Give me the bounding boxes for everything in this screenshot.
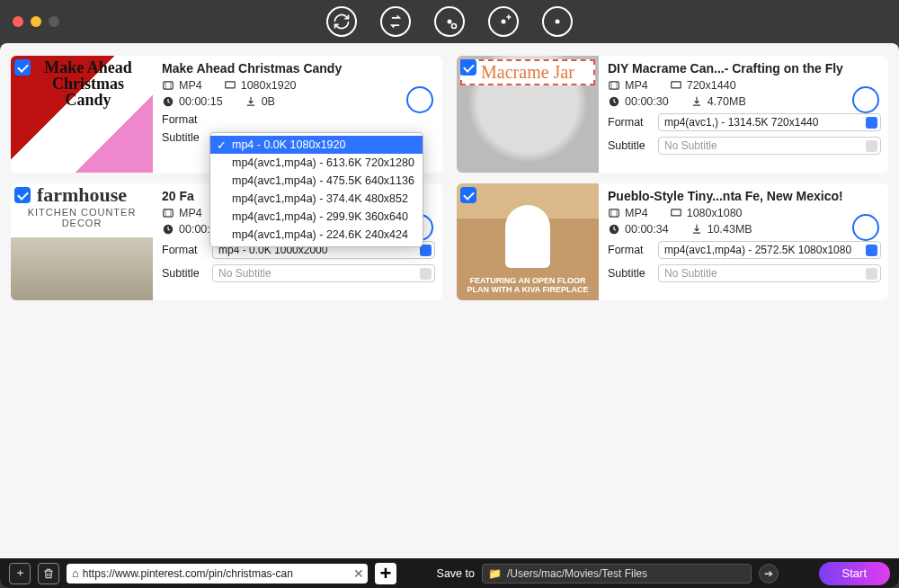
window-controls	[13, 16, 59, 27]
start-button[interactable]: Start	[819, 562, 890, 585]
titlebar	[0, 0, 899, 43]
format-value: MP4	[625, 207, 648, 219]
format-select[interactable]: mp4(avc1,mp4a) - 2572.5K 1080x1080	[658, 241, 881, 259]
size-value: 0B	[262, 95, 275, 108]
subtitle-label: Subtitle	[608, 139, 653, 152]
subtitle-label: Subtitle	[608, 267, 653, 280]
svg-point-2	[502, 20, 506, 24]
format-label: Format	[608, 244, 653, 256]
svg-rect-8	[671, 82, 681, 88]
select-checkbox[interactable]	[14, 59, 31, 76]
delete-button[interactable]	[38, 563, 59, 584]
duration-value: 00:00:30	[625, 95, 669, 108]
svg-point-3	[556, 20, 560, 24]
refresh-icon[interactable]	[326, 6, 357, 37]
format-dropdown[interactable]: mp4 - 0.0K 1080x1920 mp4(avc1,mp4a) - 61…	[209, 132, 423, 247]
svg-rect-13	[610, 209, 619, 217]
dropdown-option[interactable]: mp4(avc1,mp4a) - 613.6K 720x1280	[210, 154, 423, 172]
duration-value: 00:00:34	[625, 223, 669, 236]
close-window-button[interactable]	[13, 16, 23, 27]
resolution-value: 1080x1920	[241, 79, 297, 92]
svg-rect-5	[225, 82, 235, 88]
url-input[interactable]: ⌂ https://www.pinterest.com/pin/christma…	[67, 564, 368, 584]
thumbnail[interactable]: Make Ahead Christmas Candy	[11, 56, 153, 173]
video-card: FEATURING AN OPEN FLOOR PLAN WITH A KIVA…	[457, 183, 888, 300]
dropdown-option[interactable]: mp4(avc1,mp4a) - 475.5K 640x1136	[210, 172, 423, 190]
dropdown-option[interactable]: mp4(avc1,mp4a) - 224.6K 240x424	[210, 226, 423, 244]
thumb-text: Make Ahead Christmas Candy	[29, 59, 147, 108]
format-value: MP4	[625, 79, 648, 92]
subtitle-label: Subtitle	[162, 267, 207, 280]
convert-icon[interactable]	[380, 6, 411, 37]
download-button[interactable]	[406, 86, 433, 113]
format-value: MP4	[179, 207, 202, 219]
thumbnail[interactable]: Macrame Jar	[457, 56, 599, 173]
resolution-value: 1080x1080	[687, 207, 743, 219]
download-button[interactable]	[852, 86, 879, 113]
duration-value: 00:00:15	[179, 95, 223, 108]
svg-rect-14	[671, 209, 681, 216]
subtitle-select[interactable]: No Subtitle	[658, 264, 881, 282]
subtitle-label: Subtitle	[162, 131, 207, 144]
select-checkbox[interactable]	[14, 187, 31, 203]
media-add-icon[interactable]	[488, 6, 519, 37]
dropdown-option[interactable]: mp4(avc1,mp4a) - 299.9K 360x640	[210, 208, 423, 226]
select-checkbox[interactable]	[460, 187, 476, 203]
video-title: DIY Macrame Can...- Crafting on the Fly	[608, 61, 881, 76]
thumbnail[interactable]: FEATURING AN OPEN FLOOR PLAN WITH A KIVA…	[457, 183, 599, 300]
format-label: Format	[162, 113, 207, 126]
subtitle-select[interactable]: No Subtitle	[212, 264, 435, 282]
format-value: MP4	[179, 79, 202, 92]
media-library-icon[interactable]	[542, 6, 573, 37]
maximize-window-button[interactable]	[49, 16, 59, 27]
add-task-button[interactable]: ＋	[9, 563, 31, 584]
minimize-window-button[interactable]	[31, 16, 41, 27]
svg-rect-10	[164, 209, 174, 217]
save-path-input[interactable]: 📁 /Users/mac/Movies/Test Files	[482, 564, 752, 584]
footer-bar: ＋ ⌂ https://www.pinterest.com/pin/christ…	[0, 558, 899, 588]
download-button[interactable]	[852, 214, 879, 241]
video-title: Pueblo-Style Tiny...nta Fe, New Mexico!	[608, 189, 881, 203]
thumb-text: FEATURING AN OPEN FLOOR PLAN WITH A KIVA…	[460, 277, 595, 295]
video-card: Macrame Jar DIY Macrame Can...- Crafting…	[457, 56, 888, 173]
content-area: Make Ahead Christmas Candy Make Ahead Ch…	[0, 43, 899, 558]
thumb-text: Macrame Jar	[460, 59, 595, 85]
format-label: Format	[608, 116, 653, 129]
video-title: Make Ahead Christmas Candy	[162, 61, 435, 76]
path-text: /Users/mac/Movies/Test Files	[507, 567, 647, 580]
add-url-button[interactable]: +	[375, 563, 396, 584]
select-checkbox[interactable]	[460, 59, 476, 76]
media-search-icon[interactable]	[434, 6, 465, 37]
top-toolbar	[326, 6, 573, 37]
clear-icon[interactable]: ✕	[353, 566, 364, 581]
svg-point-0	[448, 20, 452, 24]
size-value: 10.43MB	[708, 223, 752, 236]
dropdown-option[interactable]: mp4 - 0.0K 1080x1920	[210, 136, 423, 154]
format-label: Format	[162, 244, 207, 256]
resolution-value: 720x1440	[687, 79, 736, 92]
thumb-text: farmhouse	[11, 183, 153, 207]
svg-rect-7	[610, 82, 619, 89]
svg-rect-4	[164, 82, 174, 89]
svg-point-1	[452, 24, 457, 29]
go-button[interactable]: ➔	[759, 564, 779, 584]
dropdown-option[interactable]: mp4(avc1,mp4a) - 374.4K 480x852	[210, 190, 423, 208]
thumb-subtext: KITCHEN COUNTER DECOR	[28, 207, 137, 228]
cards-grid: Make Ahead Christmas Candy Make Ahead Ch…	[11, 56, 888, 300]
size-value: 4.70MB	[708, 95, 746, 108]
url-text: https://www.pinterest.com/pin/christmas-…	[83, 567, 350, 580]
subtitle-select[interactable]: No Subtitle	[658, 137, 881, 155]
saveto-label: Save to	[437, 567, 475, 580]
folder-icon: 📁	[488, 567, 502, 580]
thumbnail[interactable]: farmhouseKITCHEN COUNTER DECOR	[11, 183, 153, 300]
home-icon[interactable]: ⌂	[72, 566, 79, 580]
format-select[interactable]: mp4(avc1,) - 1314.5K 720x1440	[658, 113, 881, 131]
